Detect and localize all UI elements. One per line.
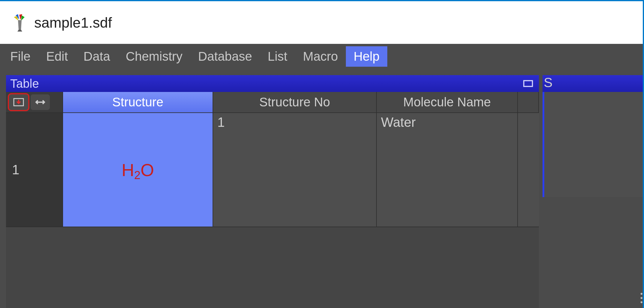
menubar: File Edit Data Chemistry Database List M…: [0, 44, 643, 69]
column-header-structure[interactable]: Structure: [63, 92, 213, 113]
client-area: File Edit Data Chemistry Database List M…: [0, 44, 643, 308]
cell-molecule-name[interactable]: Water: [377, 113, 518, 227]
column-header-structure-no[interactable]: Structure No: [213, 92, 377, 113]
menu-list[interactable]: List: [260, 46, 295, 67]
column-header-spacer: [518, 92, 539, 113]
side-panel-body[interactable]: [543, 92, 643, 197]
molecule-formula: H2O: [122, 160, 154, 180]
menu-help[interactable]: Help: [346, 46, 387, 67]
svg-rect-0: [524, 81, 533, 86]
vertical-dots-icon[interactable]: •••: [640, 292, 643, 304]
table: Structure Structure No Molecule Name 1 H…: [6, 92, 539, 308]
table-row[interactable]: 1 H2O 1 Water: [6, 113, 539, 227]
formula-pre: H: [122, 160, 134, 180]
panel-title: Table: [10, 77, 39, 90]
side-panel-title-partial: S: [544, 75, 552, 90]
panel-header[interactable]: Table: [6, 75, 539, 92]
app-window: sample1.sdf File Edit Data Chemistry Dat…: [0, 0, 644, 308]
app-icon: [10, 13, 29, 32]
menu-file[interactable]: File: [2, 46, 38, 67]
table-panel: Table: [6, 75, 539, 308]
cell-structure-no[interactable]: 1: [213, 113, 377, 227]
menu-macro[interactable]: Macro: [295, 46, 346, 67]
cell-structure[interactable]: H2O: [63, 113, 213, 227]
table-header-row: Structure Structure No Molecule Name: [6, 92, 539, 113]
panel-maximize-button[interactable]: [522, 78, 535, 89]
row-layout-button[interactable]: [9, 94, 28, 110]
menu-data[interactable]: Data: [76, 46, 118, 67]
window-title: sample1.sdf: [34, 14, 112, 31]
workspace: Table: [0, 69, 643, 308]
column-header-molecule-name[interactable]: Molecule Name: [377, 92, 518, 113]
side-panel: S •••: [543, 75, 643, 308]
menu-chemistry[interactable]: Chemistry: [118, 46, 190, 67]
row-index[interactable]: 1: [6, 113, 63, 227]
side-panel-header[interactable]: S: [543, 75, 643, 92]
formula-sub: 2: [134, 169, 141, 181]
column-width-button[interactable]: [31, 94, 50, 110]
table-body: 1 H2O 1 Water: [6, 113, 539, 308]
table-corner-tools: [6, 92, 63, 113]
titlebar[interactable]: sample1.sdf: [0, 1, 643, 44]
menu-database[interactable]: Database: [190, 46, 260, 67]
formula-post: O: [141, 160, 154, 180]
cell-spacer: [518, 113, 539, 227]
menu-edit[interactable]: Edit: [38, 46, 76, 67]
